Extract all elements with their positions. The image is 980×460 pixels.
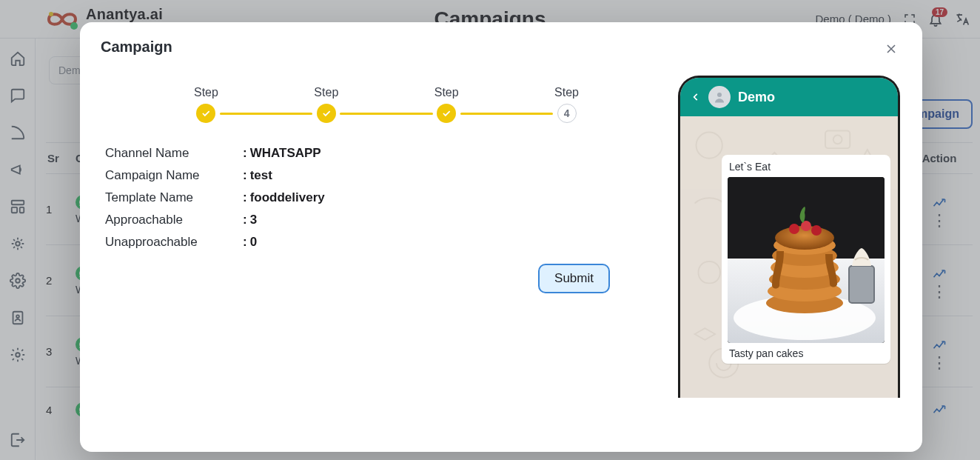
message-bubble: Let`s Eat (722, 155, 890, 364)
summary-value: WHATSAPP (250, 146, 321, 160)
summary-label: Campaign Name (105, 168, 243, 183)
bubble-title: Let`s Eat (729, 161, 885, 173)
summary-label: Approachable (105, 213, 243, 227)
stepper: Step Step Step Step 4 (194, 86, 579, 123)
step-label: Step (434, 86, 459, 99)
summary-approachable: Approachable :3 (105, 209, 654, 231)
summary-unapproachable: Unapproachable :0 (105, 231, 654, 253)
step-connector (340, 113, 432, 115)
whatsapp-preview: Demo Let`s Eat (678, 76, 902, 398)
step-label: Step (554, 86, 579, 99)
summary-value: fooddelivery (250, 190, 325, 204)
svg-point-10 (717, 93, 722, 97)
chat-body: Let`s Eat (680, 116, 898, 398)
avatar-icon (708, 86, 731, 108)
summary-value: 3 (250, 213, 257, 227)
bubble-image (728, 177, 885, 343)
back-icon (691, 92, 701, 102)
step-connector (220, 113, 312, 115)
contact-name: Demo (738, 90, 775, 105)
phone-frame: Demo Let`s Eat (678, 76, 900, 398)
summary-campaign-name: Campaign Name :test (105, 164, 654, 187)
step-connector (460, 113, 553, 115)
step-label: Step (314, 86, 338, 99)
summary-value: test (250, 168, 272, 182)
summary-template-name: Template Name :fooddelivery (105, 187, 654, 209)
svg-point-29 (789, 224, 799, 234)
summary-label: Channel Name (105, 146, 243, 161)
campaign-modal: Campaign Step Step Step (80, 22, 922, 452)
step-number: 4 (557, 104, 577, 123)
chat-header: Demo (680, 78, 898, 116)
check-icon (317, 104, 336, 123)
step-4: Step 4 (554, 86, 579, 123)
bubble-caption: Tasty pan cakes (729, 347, 883, 359)
step-3: Step (434, 86, 459, 123)
submit-button[interactable]: Submit (538, 264, 610, 293)
step-2: Step (314, 86, 338, 123)
svg-point-31 (811, 225, 822, 236)
summary-channel-name: Channel Name :WHATSAPP (105, 142, 654, 164)
modal-title: Campaign (101, 39, 172, 56)
svg-rect-32 (849, 266, 874, 303)
summary-label: Unapproachable (105, 235, 243, 250)
summary-label: Template Name (105, 190, 243, 205)
summary-value: 0 (250, 235, 257, 249)
step-label: Step (194, 86, 218, 99)
campaign-summary: Channel Name :WHATSAPP Campaign Name :te… (105, 142, 654, 253)
check-icon (196, 104, 215, 123)
check-icon (437, 104, 456, 123)
close-icon[interactable] (881, 39, 902, 59)
modal-left-column: Step Step Step Step 4 (101, 73, 654, 452)
step-1: Step (194, 86, 218, 123)
